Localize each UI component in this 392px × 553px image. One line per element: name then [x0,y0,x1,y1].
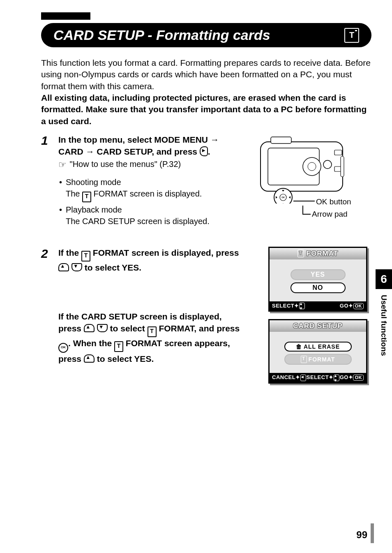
step-number: 1 [41,134,52,235]
svg-text:OK: OK [281,196,285,199]
card-icon: T [114,341,123,352]
step-2: 2 If the T FORMAT screen is displayed, p… [41,247,371,391]
down-arrow-icon [97,324,108,332]
intro-paragraph: This function lets you format a card. Fo… [41,57,371,127]
updown-icon [299,303,305,309]
page-number-marker [371,523,374,543]
format-no-option[interactable]: NO [291,282,346,293]
page-number: 99 [356,529,367,541]
svg-rect-5 [334,150,342,155]
bullet-playback-mode: Playback mode The CARD SETUP screen is d… [58,204,244,227]
card-setup-screen: CARD SETUP 🗑ALL ERASE T FORMAT CANCEL✦ S… [268,319,367,384]
page-tab-marker [41,12,90,20]
steps-list: 1 In the top menu, select MODE MENU → CA… [41,134,371,391]
chapter-number: 6 [376,269,392,289]
right-arrow-icon [200,146,208,156]
card-icon: T [344,28,359,43]
ok-button-icon: OK [58,343,68,353]
card-icon: T [82,192,91,202]
card-icon: T [297,250,304,257]
card-icon: T [301,356,307,363]
step1-bullets: Shooting mode The T FORMAT screen is dis… [58,176,244,227]
screen-title: T FORMAT [270,248,366,259]
callout-arrow-pad: Arrow pad [312,210,348,219]
up-arrow-icon [58,263,69,271]
step2-instruction-a: If the T FORMAT screen is displayed, pre… [58,247,244,273]
bullet-shooting-mode: Shooting mode The T FORMAT screen is dis… [58,176,244,202]
chapter-label: Useful functions [379,289,388,362]
step-1: 1 In the top menu, select MODE MENU → CA… [41,134,371,235]
callout-ok-button: OK button [316,197,351,206]
screen-footer: CANCEL✦ SELECT✦ GO✦OK [270,373,366,382]
svg-rect-7 [341,156,344,177]
camera-illustration: OK [252,134,351,204]
intro-text: This function lets you format a card. Fo… [41,58,371,91]
step1-instruction: In the top menu, select MODE MENU → CARD… [58,135,219,156]
svg-point-2 [303,157,321,176]
step-number: 2 [41,247,52,391]
manual-page: CARD SETUP - Formatting cards T This fun… [0,0,392,553]
svg-point-4 [323,160,332,169]
left-icon [300,375,306,381]
updown-icon [334,375,339,381]
screen-title: CARD SETUP [270,320,366,332]
card-icon: T [81,251,90,261]
section-title-bar: CARD SETUP - Formatting cards T [41,23,371,47]
down-arrow-icon [71,263,82,271]
up-arrow-icon [84,324,95,332]
format-screen: T FORMAT YES NO SELECT✦ GO✦OK [268,247,367,312]
erase-icon: 🗑 [296,343,302,350]
svg-rect-8 [271,137,291,143]
screen-footer: SELECT✦ GO✦OK [270,301,366,311]
all-erase-option[interactable]: 🗑ALL ERASE [284,342,352,352]
up-arrow-icon [84,354,95,363]
ok-indicator: OK [353,375,364,381]
format-yes-option[interactable]: YES [291,269,346,280]
intro-warning: All existing data, including protected p… [41,93,367,126]
chapter-tab: 6 Useful functions [376,269,392,362]
card-icon: T [148,326,157,337]
step1-reference: ☞ "How to use the menus" (P.32) [58,160,181,169]
reference-pointer-icon: ☞ [58,159,67,171]
ok-indicator: OK [353,303,364,309]
camera-figure: OK OK button Arrow pad [252,134,371,235]
section-title: CARD SETUP - Formatting cards [53,27,270,43]
format-option[interactable]: T FORMAT [284,354,352,365]
step2-instruction-b: If the CARD SETUP screen is displayed, p… [58,310,244,365]
